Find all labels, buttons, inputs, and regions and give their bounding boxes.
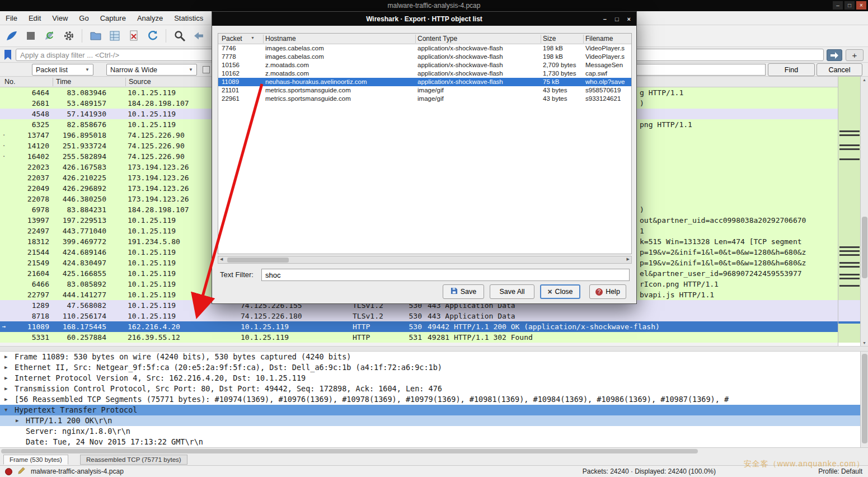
http-object-row[interactable]: 10162z.moatads.comapplication/x-shockwav…: [218, 69, 631, 78]
find-button[interactable]: Find: [768, 63, 815, 76]
scroll-up-icon[interactable]: ▲: [861, 78, 868, 82]
save-icon: [451, 287, 458, 296]
menu-item-edit[interactable]: Edit: [23, 12, 46, 24]
text-filter-input[interactable]: [261, 269, 630, 281]
column-header-time[interactable]: Time: [56, 78, 71, 86]
pane-splitter[interactable]: [0, 346, 868, 352]
dialog-close-action-button[interactable]: × Close: [540, 284, 580, 299]
scrollbar-thumb[interactable]: [862, 354, 867, 443]
dialog-close-button[interactable]: ×: [627, 16, 631, 22]
menu-item-statistics[interactable]: Statistics: [168, 12, 209, 24]
stop-capture-icon[interactable]: [22, 28, 39, 44]
column-header-no[interactable]: No.: [4, 78, 15, 86]
help-button[interactable]: ? Help: [589, 284, 626, 299]
packet-cell-source: 184.28.198.107: [128, 98, 189, 109]
maximize-button[interactable]: □: [844, 1, 855, 10]
packet-cell-no: 13997: [0, 215, 49, 226]
packet-row[interactable]: →11089168.175445162.216.4.2010.1.25.119H…: [0, 321, 860, 332]
detail-line[interactable]: Server: nginx/1.8.0\r\n: [0, 426, 860, 437]
http-object-row[interactable]: 22961metrics.sportsmansguide.comimage/gi…: [218, 95, 631, 103]
expand-icon[interactable]: ▶: [4, 352, 7, 362]
save-file-icon[interactable]: [106, 28, 123, 44]
reload-icon[interactable]: [144, 28, 161, 44]
search-scope-select[interactable]: Packet list ▼: [32, 64, 93, 76]
packet-row[interactable]: 533160.257884216.39.55.1210.1.25.119HTTP…: [0, 332, 860, 343]
dialog-hscrollbar[interactable]: ◀ ▶: [218, 256, 632, 264]
column-header-hostname[interactable]: Hostname: [265, 35, 296, 43]
minimap-band: [838, 300, 861, 321]
tab-frame[interactable]: Frame (530 bytes): [3, 455, 68, 465]
save-all-button[interactable]: Save All: [490, 284, 534, 299]
save-button[interactable]: Save: [443, 284, 484, 299]
find-packet-icon[interactable]: [171, 28, 187, 44]
dialog-maximize-button[interactable]: □: [615, 16, 619, 22]
packet-row[interactable]: 8718110.25617410.1.25.11974.125.226.180T…: [0, 311, 860, 321]
expand-icon[interactable]: ▶: [4, 362, 7, 373]
object-cell-ctype: application/x-shockwave-flash: [417, 44, 503, 53]
dialog-minimize-button[interactable]: –: [603, 16, 607, 22]
detail-line[interactable]: ▶Frame 11089: 530 bytes on wire (4240 bi…: [0, 352, 860, 362]
packet-list-scrollbar[interactable]: ▲ ▼: [860, 77, 868, 346]
detail-line[interactable]: ▶Ethernet II, Src: Netgear_9f:5f:ca (20:…: [0, 362, 860, 373]
http-object-table-header[interactable]: Packet ▼ Hostname Content Type Size File…: [218, 34, 631, 44]
expand-icon[interactable]: ▶: [16, 415, 18, 426]
annotation-pencil-icon[interactable]: [17, 466, 26, 476]
column-header-content-type[interactable]: Content Type: [417, 35, 457, 43]
http-object-row[interactable]: 11089neuhaus-hourakus.avelinoortiz.comap…: [218, 78, 631, 86]
detail-line[interactable]: ▶HTTP/1.1 200 OK\r\n: [0, 415, 860, 426]
column-divider: [541, 35, 541, 43]
collapse-icon[interactable]: ▼: [4, 405, 7, 415]
http-object-row[interactable]: 21101metrics.sportsmansguide.comimage/gi…: [218, 86, 631, 95]
scrollbar-thumb[interactable]: [1, 449, 698, 453]
scroll-down-icon[interactable]: ▼: [861, 341, 868, 345]
menu-item-analyze[interactable]: Analyze: [132, 12, 168, 24]
packet-list-minimap[interactable]: [838, 77, 860, 346]
details-hscrollbar[interactable]: [0, 447, 868, 455]
menu-item-view[interactable]: View: [46, 12, 73, 24]
capture-options-icon[interactable]: [60, 28, 77, 44]
scrollbar-thumb[interactable]: [227, 258, 289, 263]
expand-icon[interactable]: ▶: [4, 394, 7, 405]
column-divider[interactable]: [125, 78, 126, 86]
expert-info-icon[interactable]: [5, 468, 12, 475]
close-icon: ×: [547, 287, 552, 296]
expand-icon[interactable]: ▶: [4, 384, 7, 394]
detail-line[interactable]: ▶Transmission Control Protocol, Src Port…: [0, 384, 860, 394]
menu-item-go[interactable]: Go: [73, 12, 94, 24]
column-header-size[interactable]: Size: [543, 35, 556, 43]
scroll-right-icon[interactable]: ▶: [627, 257, 630, 261]
minimize-button[interactable]: –: [833, 1, 843, 10]
detail-line[interactable]: ▶Internet Protocol Version 4, Src: 162.2…: [0, 373, 860, 384]
detail-line[interactable]: ▼Hypertext Transfer Protocol: [0, 405, 860, 415]
close-button[interactable]: ×: [856, 1, 866, 10]
scroll-left-icon[interactable]: ◀: [220, 257, 223, 261]
start-capture-icon[interactable]: [3, 28, 20, 44]
go-back-icon[interactable]: [190, 28, 207, 44]
menu-item-file[interactable]: File: [0, 12, 23, 24]
filter-add-button[interactable]: +: [846, 49, 864, 61]
case-sensitive-checkbox[interactable]: [203, 66, 210, 73]
expand-icon[interactable]: ▶: [4, 373, 7, 384]
tab-reassembled-tcp[interactable]: Reassembled TCP (75771 bytes): [80, 455, 187, 465]
help-icon: ?: [595, 288, 603, 296]
search-mode-select[interactable]: Narrow & Wide ▼: [106, 64, 197, 76]
open-file-icon[interactable]: [87, 28, 104, 44]
detail-line[interactable]: Date: Tue, 24 Nov 2015 17:13:22 GMT\r\n: [0, 437, 860, 447]
restart-capture-icon[interactable]: [41, 28, 58, 44]
filter-bookmark-icon[interactable]: [3, 49, 12, 63]
http-object-row[interactable]: 10156z.moatads.comapplication/x-shockwav…: [218, 61, 631, 69]
http-object-row[interactable]: 7778images.cabelas.comapplication/x-shoc…: [218, 53, 631, 61]
packet-cell-source: 10.1.25.119: [128, 247, 176, 258]
column-header-source[interactable]: Source: [129, 78, 151, 86]
menu-item-capture[interactable]: Capture: [95, 12, 132, 24]
details-scrollbar[interactable]: [860, 352, 868, 447]
cancel-button[interactable]: Cancel: [817, 63, 862, 76]
column-header-filename[interactable]: Filename: [585, 35, 613, 43]
scrollbar-thumb[interactable]: [862, 217, 867, 278]
filter-apply-icon[interactable]: [827, 49, 842, 61]
column-divider[interactable]: [53, 78, 53, 86]
http-object-row[interactable]: 7746images.cabelas.comapplication/x-shoc…: [218, 44, 631, 53]
detail-line[interactable]: ▶[56 Reassembled TCP Segments (75771 byt…: [0, 394, 860, 405]
close-file-icon[interactable]: [125, 28, 142, 44]
column-header-packet[interactable]: Packet: [222, 35, 242, 43]
